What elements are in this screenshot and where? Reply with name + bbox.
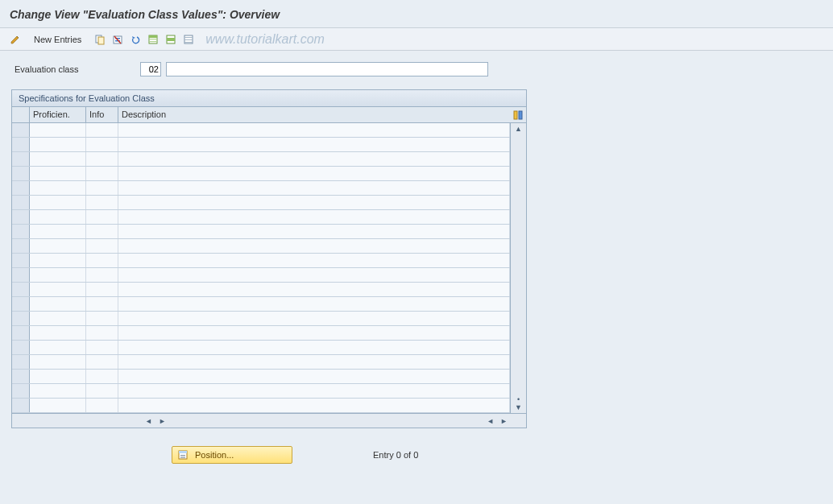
scroll-up-icon[interactable]: ▲ (515, 125, 522, 133)
table-row[interactable] (12, 181, 510, 196)
svg-rect-8 (149, 39, 157, 39)
delete-icon[interactable] (110, 32, 125, 47)
table-row[interactable] (12, 254, 510, 268)
scroll-left-icon[interactable]: ◄ (143, 417, 155, 425)
evaluation-class-desc-input[interactable] (166, 62, 488, 76)
table-row[interactable] (12, 283, 510, 297)
horizontal-scrollbar[interactable]: ◄ ► ◄ ► (12, 413, 526, 428)
svg-rect-14 (184, 39, 193, 40)
evaluation-class-code-input[interactable] (140, 62, 161, 76)
table-row[interactable] (12, 268, 510, 283)
scroll-right-icon[interactable]: ► (498, 417, 510, 425)
configure-columns-icon[interactable] (510, 107, 526, 122)
application-toolbar: New Entries www.tutorialkart.com (0, 28, 833, 51)
vertical-scrollbar[interactable]: ▲ • ▼ (510, 123, 526, 413)
table-row[interactable] (12, 239, 510, 254)
scroll-left-step-icon[interactable]: ◄ (484, 417, 496, 425)
table-row[interactable] (12, 370, 510, 384)
svg-rect-13 (184, 37, 193, 38)
table-row[interactable] (12, 341, 510, 355)
select-all-icon[interactable] (146, 32, 160, 47)
svg-rect-11 (167, 38, 175, 41)
col-info-header[interactable]: Info (86, 107, 118, 122)
rows-area (12, 123, 510, 413)
table-row[interactable] (12, 297, 510, 312)
svg-rect-1 (98, 37, 104, 44)
specifications-panel: Specifications for Evaluation Class Prof… (11, 89, 527, 428)
svg-rect-21 (180, 457, 185, 458)
table-row[interactable] (12, 355, 510, 370)
display-change-icon[interactable] (8, 32, 23, 47)
svg-rect-7 (149, 35, 157, 38)
evaluation-class-label: Evaluation class (15, 64, 135, 74)
page-title: Change View "Evaluation Class Values": O… (0, 0, 833, 28)
svg-rect-20 (180, 455, 185, 456)
table-row[interactable] (12, 384, 510, 399)
select-block-icon[interactable] (164, 32, 178, 47)
grid-wrapper: Proficien. Info Description (12, 107, 526, 428)
new-entries-button[interactable]: New Entries (29, 33, 86, 46)
position-label: Position... (195, 450, 234, 460)
table-row[interactable] (12, 225, 510, 239)
position-button[interactable]: Position... (172, 446, 292, 464)
svg-rect-16 (514, 111, 517, 119)
table-row[interactable] (12, 196, 510, 210)
page-title-text: Change View "Evaluation Class Values": O… (10, 8, 280, 21)
deselect-icon[interactable] (181, 32, 196, 47)
scroll-dot-icon[interactable]: • (517, 395, 520, 403)
undo-icon[interactable] (128, 32, 143, 47)
entry-count-text: Entry 0 of 0 (373, 450, 418, 460)
table-row[interactable] (12, 167, 510, 181)
grid-header: Proficien. Info Description (12, 107, 526, 123)
scroll-right-step-icon[interactable]: ► (156, 417, 168, 425)
panel-title: Specifications for Evaluation Class (12, 90, 526, 107)
table-row[interactable] (12, 152, 510, 167)
col-proficien-header[interactable]: Proficien. (30, 107, 86, 122)
col-description-header[interactable]: Description (118, 107, 510, 122)
table-row[interactable] (12, 138, 510, 152)
position-icon (177, 449, 189, 461)
copy-icon[interactable] (93, 32, 107, 47)
table-row[interactable] (12, 210, 510, 225)
svg-rect-17 (519, 111, 522, 119)
grid-body: ▲ • ▼ (12, 123, 526, 413)
svg-rect-9 (149, 41, 157, 42)
col-selector-header[interactable] (12, 107, 30, 122)
footer-row: Position... Entry 0 of 0 (0, 433, 833, 477)
table-row[interactable] (12, 399, 510, 413)
svg-rect-15 (184, 42, 193, 43)
table-row[interactable] (12, 312, 510, 326)
watermark-text: www.tutorialkart.com (205, 32, 325, 47)
table-row[interactable] (12, 123, 510, 138)
svg-rect-19 (179, 451, 187, 453)
table-row[interactable] (12, 326, 510, 341)
evaluation-class-row: Evaluation class (0, 51, 833, 85)
scroll-down-icon[interactable]: ▼ (515, 403, 522, 411)
